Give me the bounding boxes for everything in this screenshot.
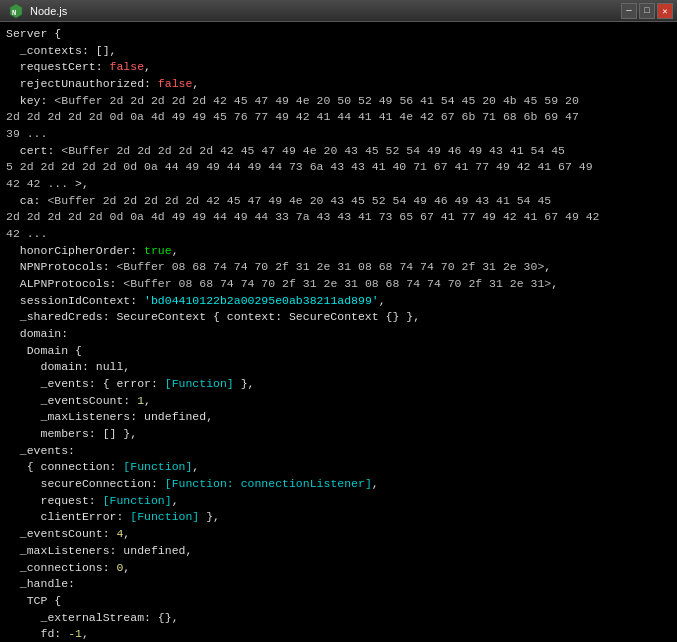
terminal-line: requestCert: false,: [6, 59, 671, 76]
terminal-line: _externalStream: {},: [6, 610, 671, 627]
terminal-line: _connections: 0,: [6, 560, 671, 577]
terminal-line: NPNProtocols: <Buffer 08 68 74 74 70 2f …: [6, 259, 671, 276]
terminal-line: request: [Function],: [6, 493, 671, 510]
window-controls: ─ □ ✕: [621, 3, 673, 19]
terminal-line: TCP {: [6, 593, 671, 610]
svg-text:N: N: [12, 8, 16, 16]
terminal-line: sessionIdContext: 'bd04410122b2a00295e0a…: [6, 293, 671, 310]
terminal-line: _events: { error: [Function] },: [6, 376, 671, 393]
title-bar-label: Node.js: [30, 5, 67, 17]
terminal-line: _maxListeners: undefined,: [6, 409, 671, 426]
minimize-button[interactable]: ─: [621, 3, 637, 19]
terminal-line: ca: <Buffer 2d 2d 2d 2d 2d 42 45 47 49 4…: [6, 193, 671, 210]
terminal-line: rejectUnauthorized: false,: [6, 76, 671, 93]
terminal-line: cert: <Buffer 2d 2d 2d 2d 2d 42 45 47 49…: [6, 143, 671, 160]
terminal-output[interactable]: Server { _contexts: [], requestCert: fal…: [0, 22, 677, 642]
maximize-button[interactable]: □: [639, 3, 655, 19]
terminal-line: 42 42 ... >,: [6, 176, 671, 193]
terminal-line: _contexts: [],: [6, 43, 671, 60]
terminal-line: honorCipherOrder: true,: [6, 243, 671, 260]
terminal-line: domain: null,: [6, 359, 671, 376]
terminal-line: 42 ...: [6, 226, 671, 243]
terminal-line: ALPNProtocols: <Buffer 08 68 74 74 70 2f…: [6, 276, 671, 293]
terminal-line: members: [] },: [6, 426, 671, 443]
terminal-line: key: <Buffer 2d 2d 2d 2d 2d 42 45 47 49 …: [6, 93, 671, 110]
terminal-line: _handle:: [6, 576, 671, 593]
terminal-line: Domain {: [6, 343, 671, 360]
terminal-line: clientError: [Function] },: [6, 509, 671, 526]
terminal-line: _maxListeners: undefined,: [6, 543, 671, 560]
terminal-line: 39 ...: [6, 126, 671, 143]
terminal-line: secureConnection: [Function: connectionL…: [6, 476, 671, 493]
app-icon: N: [8, 3, 24, 19]
terminal-line: { connection: [Function],: [6, 459, 671, 476]
terminal-line: _eventsCount: 4,: [6, 526, 671, 543]
terminal-line: 5 2d 2d 2d 2d 2d 0d 0a 44 49 49 44 49 44…: [6, 159, 671, 176]
terminal-line: domain:: [6, 326, 671, 343]
terminal-line: fd: -1,: [6, 626, 671, 642]
terminal-line: 2d 2d 2d 2d 2d 0d 0a 4d 49 49 44 49 44 3…: [6, 209, 671, 226]
terminal-line: _eventsCount: 1,: [6, 393, 671, 410]
terminal-line: _events:: [6, 443, 671, 460]
terminal-line: _sharedCreds: SecureContext { context: S…: [6, 309, 671, 326]
terminal-line: 2d 2d 2d 2d 2d 0d 0a 4d 49 49 45 76 77 4…: [6, 109, 671, 126]
close-button[interactable]: ✕: [657, 3, 673, 19]
terminal-line: Server {: [6, 26, 671, 43]
title-bar: N Node.js ─ □ ✕: [0, 0, 677, 22]
